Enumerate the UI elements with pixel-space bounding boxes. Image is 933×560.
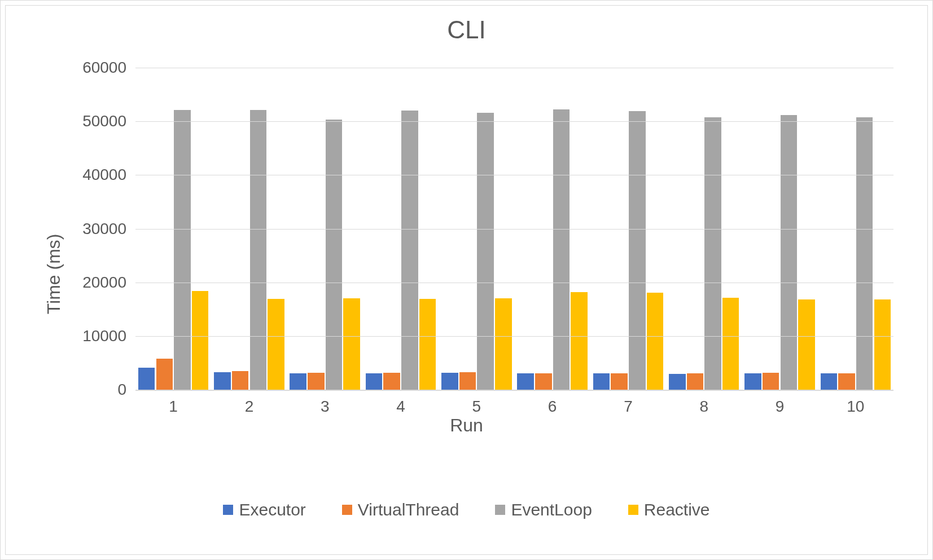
legend-label: EventLoop <box>511 500 592 519</box>
x-tick-label: 4 <box>363 398 439 416</box>
bar-eventloop <box>174 110 191 390</box>
y-tick-label: 20000 <box>82 274 126 292</box>
bar-executor <box>441 373 458 390</box>
x-axis-label: Run <box>6 415 927 436</box>
legend-item-virtualthread: VirtualThread <box>342 500 459 519</box>
bar-executor <box>214 372 231 390</box>
bar-eventloop <box>401 111 418 390</box>
bar-eventloop <box>553 109 570 390</box>
legend-swatch-icon <box>628 505 638 515</box>
gridline <box>135 283 893 283</box>
bar-eventloop <box>704 117 721 390</box>
bar-virtualthread <box>611 373 628 390</box>
bar-virtualthread <box>763 373 779 390</box>
y-tick-label: 0 <box>117 381 126 399</box>
legend-item-reactive: Reactive <box>628 500 710 519</box>
gridline <box>135 175 893 175</box>
legend-label: Executor <box>239 500 305 519</box>
bar-reactive <box>798 299 815 390</box>
bar-virtualthread <box>687 373 704 390</box>
bar-executor <box>744 373 761 390</box>
bar-reactive <box>722 298 739 390</box>
bar-reactive <box>192 291 209 390</box>
legend-swatch-icon <box>342 505 352 515</box>
gridline <box>135 121 893 122</box>
y-tick-label: 10000 <box>82 327 126 345</box>
bar-eventloop <box>477 113 494 390</box>
x-tick-label: 5 <box>439 398 514 416</box>
gridline <box>135 68 893 68</box>
legend-label: Reactive <box>644 500 710 519</box>
y-tick-label: 50000 <box>82 112 126 130</box>
bar-executor <box>517 373 534 390</box>
bar-eventloop <box>781 115 798 390</box>
bar-executor <box>593 373 610 390</box>
bar-eventloop <box>629 111 646 390</box>
bar-virtualthread <box>232 371 249 390</box>
chart-inner: CLI Time (ms) 12345678910 01000020000300… <box>5 5 928 555</box>
bar-virtualthread <box>156 359 173 390</box>
x-tick-label: 7 <box>590 398 666 416</box>
bar-virtualthread <box>535 373 552 390</box>
chart-title: CLI <box>6 16 927 44</box>
legend-item-eventloop: EventLoop <box>495 500 592 519</box>
bar-eventloop <box>856 117 873 390</box>
bar-eventloop <box>326 120 343 390</box>
x-tick-label: 3 <box>287 398 363 416</box>
legend-swatch-icon <box>223 505 233 515</box>
plot-area: 12345678910 0100002000030000400005000060… <box>135 68 893 391</box>
chart-frame: CLI Time (ms) 12345678910 01000020000300… <box>0 0 933 560</box>
y-tick-label: 30000 <box>82 220 126 238</box>
bar-executor <box>669 374 686 390</box>
y-axis-label: Time (ms) <box>43 233 64 314</box>
y-tick-label: 60000 <box>82 59 126 77</box>
bar-eventloop <box>250 110 267 390</box>
bar-virtualthread <box>838 373 855 390</box>
bar-virtualthread <box>383 373 400 390</box>
x-tick-label: 10 <box>818 398 893 416</box>
bar-executor <box>366 373 383 390</box>
bar-reactive <box>874 299 891 390</box>
bar-reactive <box>343 298 360 390</box>
bar-virtualthread <box>308 373 325 390</box>
x-tick-label: 6 <box>514 398 590 416</box>
bar-reactive <box>419 299 436 390</box>
y-tick-label: 40000 <box>82 166 126 184</box>
legend-item-executor: Executor <box>223 500 305 519</box>
gridline <box>135 336 893 337</box>
x-tick-label: 8 <box>666 398 742 416</box>
bar-reactive <box>268 299 284 390</box>
x-tick-label: 2 <box>211 398 287 416</box>
x-tick-label: 1 <box>135 398 211 416</box>
bar-executor <box>821 373 838 390</box>
legend-swatch-icon <box>495 505 505 515</box>
bar-executor <box>290 373 306 390</box>
legend-label: VirtualThread <box>358 500 459 519</box>
legend: ExecutorVirtualThreadEventLoopReactive <box>6 500 927 519</box>
bar-reactive <box>647 293 664 390</box>
bar-reactive <box>495 298 512 390</box>
x-tick-label: 9 <box>742 398 817 416</box>
bar-executor <box>138 368 155 390</box>
bar-reactive <box>571 292 588 390</box>
gridline <box>135 229 893 230</box>
bar-virtualthread <box>459 372 476 390</box>
